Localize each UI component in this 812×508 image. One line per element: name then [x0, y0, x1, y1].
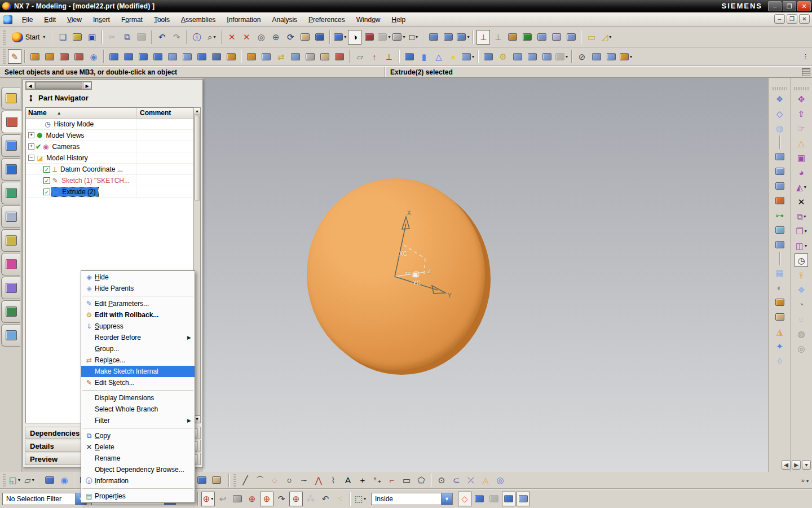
- toolbar-overflow-more[interactable]: »: [801, 477, 805, 484]
- part-modules-icon[interactable]: ▾: [619, 49, 633, 64]
- sweep-ruled-icon[interactable]: ◮: [773, 325, 787, 338]
- delete-face-cyl-icon[interactable]: △: [795, 136, 808, 150]
- resource-tab-history-palette[interactable]: [1, 205, 20, 228]
- spline-points-icon[interactable]: ⌇: [326, 473, 340, 488]
- move-face-icon[interactable]: ✥: [795, 92, 808, 106]
- datum-plane-icon[interactable]: ▱: [353, 49, 367, 64]
- restore-button[interactable]: ❐: [783, 1, 796, 11]
- boss-icon[interactable]: [122, 49, 135, 64]
- redo-icon[interactable]: ↷: [170, 30, 183, 45]
- menu-item-replace[interactable]: ⇄Replace...: [81, 354, 195, 366]
- role-palette-icon[interactable]: [506, 30, 519, 45]
- datum-csys-display-icon[interactable]: ⟂: [476, 30, 490, 45]
- undo-icon[interactable]: ↶: [155, 30, 169, 45]
- resource-tab-assembly-navigator[interactable]: [1, 87, 20, 110]
- resource-tab-image-gallery[interactable]: [1, 324, 20, 347]
- toolbar-grip[interactable]: [3, 49, 6, 64]
- save-file-icon[interactable]: ▣: [85, 30, 99, 45]
- visibility-checkbox[interactable]: ✓: [43, 166, 50, 173]
- background-color-icon[interactable]: □▾: [407, 30, 420, 45]
- fillet-corner-icon[interactable]: ⌐: [385, 473, 399, 488]
- snap-quadrant-icon[interactable]: ↶: [319, 492, 332, 506]
- toolbar-scroll-left-button[interactable]: ◀: [782, 460, 791, 470]
- toolbar-more-button[interactable]: ▾: [802, 460, 811, 470]
- hide-select-icon[interactable]: [550, 30, 563, 45]
- mdi-close-button[interactable]: ✕: [799, 14, 810, 24]
- circle-icon[interactable]: ○: [283, 473, 296, 488]
- sweep-along-guide-icon[interactable]: [58, 49, 71, 64]
- tree-row-datum-coordinate[interactable]: ✓⟂Datum Coordinate ...: [26, 164, 194, 175]
- column-header-comment[interactable]: Comment: [136, 108, 194, 118]
- menu-item-suppress[interactable]: ⇓Suppress: [81, 321, 195, 332]
- offset-sheet-icon[interactable]: [318, 49, 332, 64]
- tree-row-history-mode[interactable]: ◷History Mode: [26, 119, 194, 130]
- polyline-points-icon[interactable]: ⋀: [312, 473, 325, 488]
- resize-face-icon[interactable]: ◭▾: [795, 180, 808, 194]
- sew-sheet-icon[interactable]: [333, 49, 346, 64]
- tree-row-cameras[interactable]: +✔◉Cameras: [26, 141, 194, 152]
- delete-face-icon[interactable]: ✕: [795, 195, 808, 208]
- chevron-down-icon[interactable]: ▾: [18, 478, 20, 483]
- chevron-down-icon[interactable]: ▾: [804, 185, 806, 190]
- toolbar-grip[interactable]: [3, 29, 6, 45]
- point-set-icon[interactable]: ⁺₊: [370, 473, 384, 488]
- emboss-icon[interactable]: [166, 49, 179, 64]
- select-region-combo[interactable]: Inside ▼: [371, 493, 453, 505]
- edit-feature-icon[interactable]: ⚙: [496, 49, 510, 64]
- text-icon[interactable]: A: [341, 473, 355, 488]
- start-menu-button[interactable]: Start ▾: [8, 30, 49, 45]
- rotate-view-icon[interactable]: ⟳: [284, 30, 297, 45]
- minimize-button[interactable]: –: [768, 1, 782, 11]
- trimmed-sheet-icon[interactable]: [773, 295, 787, 309]
- extrude-icon[interactable]: [28, 49, 42, 64]
- offset-region-icon[interactable]: ☞: [795, 121, 808, 135]
- wireframe-cube-icon[interactable]: ◇: [458, 492, 471, 506]
- thread-icon[interactable]: [224, 49, 238, 64]
- point-icon[interactable]: +: [356, 473, 369, 488]
- menu-item-display-dimensions[interactable]: Display Dimensions: [81, 392, 195, 404]
- snap-control-point-icon[interactable]: ↷: [275, 492, 288, 506]
- graphics-viewport[interactable]: X Y XC YC Z ZC: [203, 78, 768, 472]
- intersection-curve-icon[interactable]: ⤫: [464, 473, 478, 488]
- panel-horizontal-scrollbar[interactable]: ◀ ▶: [25, 81, 92, 90]
- menu-item-copy[interactable]: ⧉Copy: [81, 430, 195, 441]
- edit-cross-section-icon[interactable]: ◔: [795, 297, 808, 311]
- toolbar-grip[interactable]: [3, 474, 6, 487]
- chevron-down-icon[interactable]: ▾: [32, 478, 34, 483]
- menu-information[interactable]: Information: [222, 14, 266, 25]
- chevron-down-icon[interactable]: ▾: [214, 34, 216, 40]
- resource-tab-reuse-library[interactable]: [1, 182, 20, 204]
- menu-item-delete[interactable]: ✕Delete: [81, 441, 195, 453]
- menu-item-hide[interactable]: ◈Hide: [81, 271, 195, 283]
- scroll-up-icon[interactable]: ▲: [194, 108, 200, 115]
- mirror-face-icon[interactable]: ◫▾: [795, 239, 808, 252]
- raise-body-icon[interactable]: [259, 49, 273, 64]
- status-options-icon[interactable]: [802, 68, 810, 76]
- menu-item-rename[interactable]: Rename: [81, 453, 195, 464]
- reset-snap-icon[interactable]: ↩: [216, 492, 230, 506]
- resize-blend-icon[interactable]: ◕: [795, 165, 808, 179]
- linear-dimension-icon[interactable]: ◌: [795, 312, 808, 326]
- toolbar-grip[interactable]: [794, 87, 809, 90]
- chevron-down-icon[interactable]: ▾: [364, 496, 366, 501]
- sheet-from-curves-icon[interactable]: [303, 49, 317, 64]
- column-header-name[interactable]: Name ▲: [26, 108, 136, 118]
- circle-chain-icon[interactable]: ◌: [268, 473, 281, 488]
- menu-help[interactable]: Help: [387, 14, 411, 25]
- snap-end-point-icon[interactable]: ⊕: [245, 492, 259, 506]
- menu-item-edit-with-rollback[interactable]: ⚙Edit with Rollback...: [81, 309, 195, 321]
- block-icon[interactable]: [403, 49, 416, 64]
- tube-icon[interactable]: ◉: [87, 49, 100, 64]
- tree-row-extrude-2[interactable]: ✓▤Extrude (2): [26, 186, 194, 198]
- menu-item-edit-sketch[interactable]: ✎Edit Sketch...: [81, 377, 195, 388]
- studio-surface-icon[interactable]: [773, 194, 787, 207]
- menu-item-filter[interactable]: Filter▶: [81, 415, 195, 426]
- zoom-box-icon[interactable]: ◎: [254, 30, 268, 45]
- chevron-down-icon[interactable]: ▾: [211, 496, 213, 501]
- information-icon[interactable]: ⓘ: [190, 30, 204, 45]
- menu-insert[interactable]: Insert: [88, 14, 115, 25]
- paste-face-icon[interactable]: ❐▾: [795, 224, 808, 238]
- bend-sheet-icon[interactable]: [289, 49, 302, 64]
- break-view-icon[interactable]: [427, 30, 440, 45]
- chevron-down-icon[interactable]: ▾: [467, 34, 469, 40]
